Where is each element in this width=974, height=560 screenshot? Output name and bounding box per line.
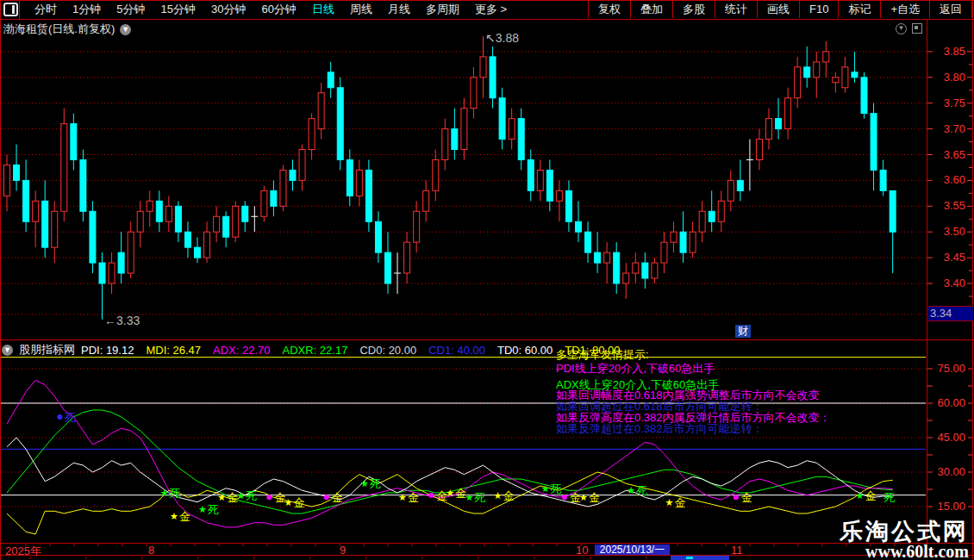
svg-text:★: ★ — [541, 483, 550, 494]
svg-text:金: 金 — [741, 491, 752, 504]
indicator-field-CD1: CD1: 40.00 — [428, 344, 485, 357]
chart-graphics[interactable]: 死★死★金★死★金★死金★金金★死★金金★金★死★金★死金★金★死★金金★金死 — [0, 0, 974, 560]
indicator-axis-label: 30.00 — [937, 465, 965, 478]
svg-text:死: 死 — [635, 484, 647, 497]
chevron-down-icon[interactable]: ▼ — [2, 345, 13, 356]
page-title: 渤海租赁(日线.前复权) — [3, 22, 115, 37]
svg-text:★: ★ — [198, 504, 207, 514]
price-axis-label: 3.55 — [944, 199, 965, 212]
indicator-field-ADXR: ADXR: 22.17 — [283, 344, 348, 357]
action-menu: 复权叠加多股统计画线F10标记+自选返回 — [588, 0, 972, 19]
toolbar-item-周线[interactable]: 周线 — [350, 2, 372, 17]
toolbar-item-月线[interactable]: 月线 — [388, 2, 410, 17]
period-menu: 分时1分钟5分钟15分钟30分钟60分钟日线周线月线多周期更多 > — [34, 2, 507, 17]
indicator-axis-label: 15.00 — [937, 500, 965, 513]
arrow-up-left-icon: ↖ — [485, 31, 496, 45]
toolbar-button-复权[interactable]: 复权 — [588, 1, 630, 18]
price-axis-label: 3.65 — [944, 148, 965, 161]
toolbar-item-日线[interactable]: 日线 — [312, 2, 334, 17]
indicator-field-CD0: CD0: 20.00 — [359, 344, 416, 357]
svg-text:★: ★ — [236, 490, 245, 501]
toolbar-button-统计[interactable]: 统计 — [715, 1, 757, 18]
indicator-values: PDI: 19.12MDI: 26.47ADX: 22.70ADXR: 22.1… — [81, 344, 621, 357]
toolbar-button-+自选[interactable]: +自选 — [880, 1, 929, 18]
svg-text:★: ★ — [494, 490, 503, 501]
svg-text:★: ★ — [665, 497, 674, 507]
svg-text:死: 死 — [883, 491, 896, 504]
panel-icon[interactable] — [912, 23, 922, 34]
svg-text:★: ★ — [446, 488, 454, 498]
svg-text:★: ★ — [627, 485, 635, 495]
title-bar: 渤海租赁(日线.前复权) ▼ — [3, 22, 131, 37]
price-axis-label: 3.45 — [944, 251, 965, 264]
layout-icon[interactable] — [3, 3, 18, 16]
top-toolbar: 分时1分钟5分钟15分钟30分钟60分钟日线周线月线多周期更多 > 复权叠加多股… — [0, 0, 972, 19]
svg-text:★: ★ — [360, 478, 369, 488]
toolbar-button-叠加[interactable]: 叠加 — [630, 1, 672, 18]
svg-text:金: 金 — [179, 510, 190, 523]
toolbar-item-30分钟[interactable]: 30分钟 — [211, 2, 246, 17]
toolbar-button-标记[interactable]: 标记 — [838, 1, 880, 18]
time-axis-label-10: 10 — [576, 544, 588, 557]
toolbar-item-15分钟[interactable]: 15分钟 — [160, 2, 195, 17]
price-axis-label: 3.60 — [944, 173, 965, 186]
watermark-url: www.60lt.com — [840, 543, 969, 560]
toolbar-item-分时[interactable]: 分时 — [34, 2, 57, 17]
last-price-badge: 3.34 — [928, 306, 973, 321]
svg-text:死: 死 — [550, 482, 562, 495]
mini-timeline-highlight — [671, 556, 729, 560]
svg-text:死: 死 — [64, 411, 76, 424]
indicator-field-TD0: TD0: 60.00 — [497, 344, 553, 357]
high-annotation: ↖3.88 — [485, 31, 519, 45]
toolbar-button-F10[interactable]: F10 — [799, 1, 838, 18]
chevron-down-icon[interactable]: ▼ — [120, 24, 131, 35]
indicator-header: ▼ 股朋指标网 PDI: 19.12MDI: 26.47ADX: 22.70AD… — [2, 342, 621, 358]
indicator-name: 股朋指标网 — [19, 342, 75, 358]
indicator-axis-label: 45.00 — [937, 431, 965, 444]
toolbar-button-多股[interactable]: 多股 — [672, 1, 715, 18]
indicator-note-7: 如果反弹超过在0.382后市方向可能逆转： — [556, 421, 764, 437]
indicator-field-PDI: PDI: 19.12 — [81, 344, 134, 357]
svg-text:金: 金 — [865, 489, 877, 502]
svg-text:死: 死 — [369, 477, 381, 490]
svg-text:金: 金 — [294, 496, 305, 509]
watermark-title: 乐淘公式网 — [840, 520, 969, 543]
toolbar-item-1分钟[interactable]: 1分钟 — [72, 2, 101, 17]
time-axis-label-11: 11 — [731, 544, 743, 557]
indicator-field-MDI: MDI: 26.47 — [146, 344, 201, 357]
finance-event-badge[interactable]: 财 — [735, 325, 751, 338]
toolbar-button-返回[interactable]: 返回 — [929, 1, 972, 18]
indicator-note-2: PDI线上穿20介入,下破60急出手 — [556, 361, 715, 376]
svg-text:金: 金 — [408, 491, 419, 504]
toolbar-button-画线[interactable]: 画线 — [757, 1, 799, 18]
svg-text:★: ★ — [465, 492, 473, 502]
price-axis-label: 3.50 — [944, 225, 965, 238]
price-axis-label: 3.80 — [944, 71, 965, 84]
arrow-left-icon: ← — [104, 314, 116, 327]
toolbar-item-5分钟[interactable]: 5分钟 — [116, 2, 145, 17]
price-axis-label: 3.40 — [944, 277, 965, 289]
selected-date-badge: 2025/10/13/一 — [595, 544, 670, 555]
toolbar-item-更多 >[interactable]: 更多 > — [475, 2, 507, 17]
price-axis-label: 3.85 — [944, 45, 965, 58]
svg-text:★: ★ — [217, 492, 226, 502]
svg-text:★: ★ — [856, 490, 865, 501]
svg-text:★: ★ — [579, 492, 588, 502]
svg-text:金: 金 — [675, 496, 686, 509]
price-axis-label: 3.70 — [944, 122, 965, 135]
watermark: 乐淘公式网 www.60lt.com — [840, 520, 969, 560]
chart-corner-icons: ▼ — [896, 23, 922, 34]
svg-text:死: 死 — [245, 489, 257, 502]
svg-text:金: 金 — [589, 491, 600, 504]
svg-text:死: 死 — [473, 491, 485, 504]
indicator-axis-label: 75.00 — [937, 362, 965, 375]
svg-text:金: 金 — [503, 489, 515, 502]
toolbar-item-60分钟[interactable]: 60分钟 — [261, 2, 296, 17]
toolbar-item-多周期[interactable]: 多周期 — [426, 2, 459, 17]
collapse-chevron-icon[interactable]: ▼ — [896, 23, 907, 34]
svg-text:金: 金 — [332, 491, 343, 504]
svg-text:死: 死 — [169, 487, 181, 500]
svg-text:★: ★ — [398, 492, 407, 502]
svg-text:★: ★ — [170, 511, 178, 521]
trading-app-window: 死★死★金★死★金★死金★金金★死★金金★金★死★金★死金★金★死★金金★金死 … — [0, 0, 974, 560]
